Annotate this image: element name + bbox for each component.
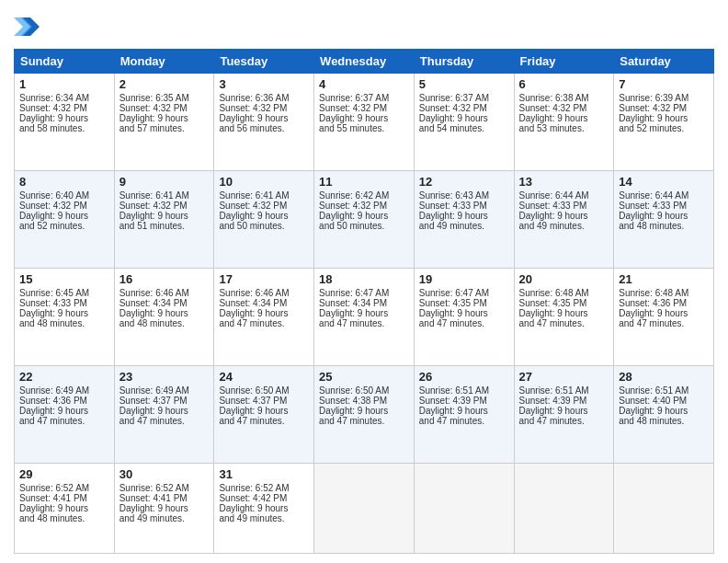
cell-line: and 50 minutes.: [319, 221, 409, 231]
calendar-cell: 19Sunrise: 6:47 AMSunset: 4:35 PMDayligh…: [414, 268, 514, 365]
cell-line: Daylight: 9 hours: [219, 503, 309, 513]
cell-line: Sunrise: 6:37 AM: [419, 93, 509, 103]
calendar-cell: 18Sunrise: 6:47 AMSunset: 4:34 PMDayligh…: [314, 268, 415, 365]
cell-line: Daylight: 9 hours: [419, 406, 509, 416]
cell-line: Daylight: 9 hours: [419, 211, 509, 221]
day-number: 25: [319, 370, 409, 384]
cell-line: Sunrise: 6:49 AM: [19, 385, 109, 396]
cell-line: Sunset: 4:33 PM: [19, 298, 109, 308]
cell-line: Daylight: 9 hours: [519, 113, 609, 123]
cell-line: and 49 minutes.: [519, 221, 609, 231]
cell-line: Daylight: 9 hours: [619, 211, 709, 221]
day-number: 31: [219, 467, 309, 481]
cell-line: Daylight: 9 hours: [619, 406, 709, 416]
cell-line: Sunrise: 6:47 AM: [419, 288, 509, 298]
cell-line: Daylight: 9 hours: [219, 113, 309, 123]
cell-line: and 47 minutes.: [319, 318, 409, 328]
cell-line: Sunrise: 6:41 AM: [119, 190, 210, 201]
cell-line: Sunset: 4:36 PM: [19, 396, 109, 406]
day-number: 24: [219, 370, 309, 384]
cell-line: Sunrise: 6:48 AM: [619, 288, 709, 298]
calendar-cell: 29Sunrise: 6:52 AMSunset: 4:41 PMDayligh…: [15, 463, 115, 554]
day-number: 8: [19, 175, 109, 189]
day-header-sunday: Sunday: [15, 50, 115, 74]
day-header-wednesday: Wednesday: [314, 50, 415, 74]
cell-line: Sunset: 4:37 PM: [119, 396, 210, 406]
cell-line: Daylight: 9 hours: [319, 308, 409, 318]
calendar-cell: 31Sunrise: 6:52 AMSunset: 4:42 PMDayligh…: [214, 463, 314, 554]
cell-line: Daylight: 9 hours: [119, 406, 210, 416]
cell-line: and 47 minutes.: [419, 318, 509, 328]
calendar-cell: 26Sunrise: 6:51 AMSunset: 4:39 PMDayligh…: [414, 365, 514, 463]
cell-line: and 53 minutes.: [519, 123, 609, 133]
cell-line: and 50 minutes.: [219, 221, 309, 231]
cell-line: Sunset: 4:32 PM: [19, 103, 109, 113]
cell-line: Daylight: 9 hours: [19, 406, 109, 416]
cell-line: Sunset: 4:32 PM: [319, 103, 409, 113]
cell-line: and 54 minutes.: [419, 123, 509, 133]
cell-line: Sunset: 4:32 PM: [519, 103, 609, 113]
calendar-cell: 1Sunrise: 6:34 AMSunset: 4:32 PMDaylight…: [15, 74, 115, 171]
calendar-header-row: SundayMondayTuesdayWednesdayThursdayFrid…: [15, 50, 714, 74]
cell-line: and 49 minutes.: [219, 513, 309, 523]
cell-line: and 49 minutes.: [119, 513, 210, 523]
logo-icon: [14, 14, 40, 40]
calendar-cell: [614, 463, 714, 554]
calendar-week-row: 29Sunrise: 6:52 AMSunset: 4:41 PMDayligh…: [15, 463, 714, 554]
cell-line: and 58 minutes.: [19, 123, 109, 133]
day-number: 23: [119, 370, 210, 384]
calendar-cell: 12Sunrise: 6:43 AMSunset: 4:33 PMDayligh…: [414, 170, 514, 268]
cell-line: and 51 minutes.: [119, 221, 210, 231]
cell-line: Daylight: 9 hours: [219, 211, 309, 221]
cell-line: Daylight: 9 hours: [119, 211, 210, 221]
cell-line: and 47 minutes.: [519, 416, 609, 426]
day-number: 19: [419, 272, 509, 286]
cell-line: Daylight: 9 hours: [119, 503, 210, 513]
cell-line: Daylight: 9 hours: [419, 113, 509, 123]
cell-line: Sunset: 4:40 PM: [619, 396, 709, 406]
calendar-cell: 5Sunrise: 6:37 AMSunset: 4:32 PMDaylight…: [414, 74, 514, 171]
cell-line: Sunrise: 6:47 AM: [319, 288, 409, 298]
day-number: 13: [519, 175, 609, 189]
calendar-week-row: 15Sunrise: 6:45 AMSunset: 4:33 PMDayligh…: [15, 268, 714, 365]
day-number: 26: [419, 370, 509, 384]
cell-line: Daylight: 9 hours: [419, 308, 509, 318]
cell-line: Sunset: 4:38 PM: [319, 396, 409, 406]
cell-line: Sunset: 4:33 PM: [419, 201, 509, 211]
cell-line: and 55 minutes.: [319, 123, 409, 133]
day-number: 3: [219, 77, 309, 91]
cell-line: Daylight: 9 hours: [19, 503, 109, 513]
day-number: 20: [519, 272, 609, 286]
calendar-cell: 20Sunrise: 6:48 AMSunset: 4:35 PMDayligh…: [514, 268, 614, 365]
cell-line: Sunset: 4:32 PM: [219, 103, 309, 113]
cell-line: Sunrise: 6:41 AM: [219, 190, 309, 201]
cell-line: Sunrise: 6:45 AM: [19, 288, 109, 298]
calendar-cell: 7Sunrise: 6:39 AMSunset: 4:32 PMDaylight…: [614, 74, 714, 171]
cell-line: Sunset: 4:33 PM: [519, 201, 609, 211]
calendar-cell: 6Sunrise: 6:38 AMSunset: 4:32 PMDaylight…: [514, 74, 614, 171]
day-number: 16: [119, 272, 210, 286]
calendar-cell: 25Sunrise: 6:50 AMSunset: 4:38 PMDayligh…: [314, 365, 415, 463]
day-header-saturday: Saturday: [614, 50, 714, 74]
day-header-thursday: Thursday: [414, 50, 514, 74]
cell-line: Sunrise: 6:52 AM: [19, 483, 109, 493]
cell-line: and 48 minutes.: [619, 221, 709, 231]
cell-line: Sunset: 4:35 PM: [519, 298, 609, 308]
day-number: 11: [319, 175, 409, 189]
day-number: 2: [119, 77, 210, 91]
cell-line: Sunrise: 6:51 AM: [619, 385, 709, 396]
calendar-cell: 14Sunrise: 6:44 AMSunset: 4:33 PMDayligh…: [614, 170, 714, 268]
day-number: 1: [19, 77, 109, 91]
calendar-week-row: 22Sunrise: 6:49 AMSunset: 4:36 PMDayligh…: [15, 365, 714, 463]
cell-line: Sunrise: 6:52 AM: [219, 483, 309, 493]
cell-line: Sunset: 4:37 PM: [219, 396, 309, 406]
day-number: 6: [519, 77, 609, 91]
day-number: 5: [419, 77, 509, 91]
calendar-cell: [514, 463, 614, 554]
cell-line: Sunrise: 6:40 AM: [19, 190, 109, 201]
cell-line: Daylight: 9 hours: [519, 211, 609, 221]
cell-line: Sunrise: 6:37 AM: [319, 93, 409, 103]
cell-line: Sunset: 4:34 PM: [119, 298, 210, 308]
cell-line: Sunrise: 6:44 AM: [519, 190, 609, 201]
cell-line: Daylight: 9 hours: [619, 113, 709, 123]
